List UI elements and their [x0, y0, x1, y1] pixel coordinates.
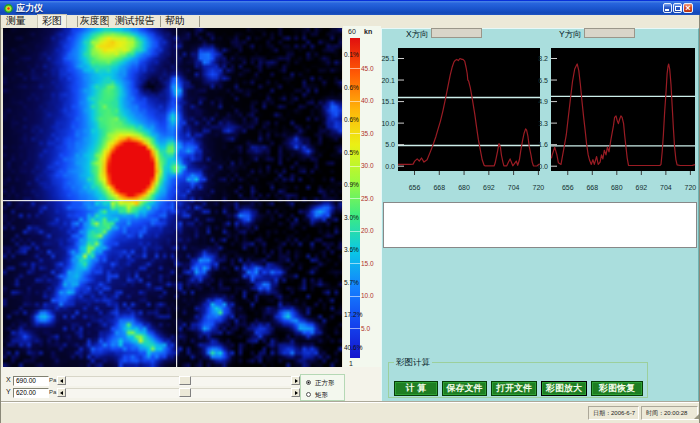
chart-y-direction: 8.26.54.93.31.60.0656668680692704720	[531, 44, 699, 195]
x-coordinate-input[interactable]: 690.00	[13, 376, 49, 386]
x-tick-label: 720	[685, 184, 697, 191]
groupbox-label: 彩图计算	[394, 357, 432, 369]
x-tick-label: 680	[611, 184, 623, 191]
menu-separator	[77, 16, 78, 27]
x-tick-label: 704	[660, 184, 672, 191]
app-window: {"window":{"title":"应力仪","icon":"app-tar…	[0, 0, 700, 423]
close-button[interactable]	[683, 3, 693, 13]
colorbar-pct-label: 3.6%	[344, 246, 366, 253]
x-scroll-thumb[interactable]	[179, 376, 191, 385]
colorbar-unit-label: kn	[364, 28, 372, 35]
result-listbox[interactable]	[383, 202, 697, 248]
colorbar-pct-label: 5.7%	[344, 279, 366, 286]
restore-button[interactable]	[673, 3, 682, 13]
x-tick-label: 692	[635, 184, 647, 191]
x-tick-label: 680	[458, 184, 470, 191]
y-tick-label: 6.5	[538, 77, 548, 84]
open-file-button[interactable]: 打开文件	[491, 381, 537, 396]
colorbar-value-label: 15.0	[361, 260, 381, 267]
y-tick-label: 5.0	[385, 141, 395, 148]
chart-plot-area	[398, 48, 540, 171]
title-bar[interactable]: 应力仪	[0, 0, 700, 15]
radio-unselected-icon[interactable]	[306, 392, 311, 397]
menu-item-2[interactable]: 彩图	[37, 14, 67, 29]
y-tick-label: 8.2	[538, 55, 548, 62]
x-tick-label: 692	[483, 184, 495, 191]
chart-x-direction: 25.120.115.110.05.00.0656668680692704720	[378, 44, 544, 195]
colorbar-tick	[350, 231, 360, 232]
colorbar-tick	[350, 328, 360, 329]
y-tick-label: 4.9	[538, 98, 548, 105]
colorbar-max-label: 60	[348, 28, 356, 35]
minimize-button[interactable]	[663, 3, 672, 13]
x-tick-label: 668	[433, 184, 445, 191]
colorbar-pct-label: 0.1%	[344, 51, 366, 58]
y-scroll-right-arrow[interactable]	[291, 388, 300, 397]
y-tick-label: 0.0	[538, 163, 548, 170]
y-tick-label: 10.0	[381, 120, 395, 127]
chart-y-value-box[interactable]	[584, 28, 635, 38]
menu-separator	[199, 16, 200, 27]
x-tick-label: 668	[586, 184, 598, 191]
menu-separator	[108, 16, 109, 27]
radio-selected-icon[interactable]	[306, 380, 311, 385]
colorbar-tick	[350, 133, 360, 134]
x-scroll-right-arrow[interactable]	[291, 376, 300, 385]
colorbar-value-label: 10.0	[361, 292, 381, 299]
y-tick-label: 15.1	[381, 98, 395, 105]
chart-x-value-box[interactable]	[431, 28, 482, 38]
radio-label: 矩形	[315, 391, 328, 400]
colormap-zoom-button[interactable]: 彩图放大	[541, 381, 587, 396]
window-border-left	[0, 15, 1, 423]
colorbar-value-label: 5.0	[361, 325, 381, 332]
compute-button[interactable]: 计 算	[394, 381, 438, 396]
colorbar-tick	[350, 263, 360, 264]
colorbar-pct-label: 0.6%	[344, 116, 366, 123]
colorbar-value-label: 25.0	[361, 195, 381, 202]
menu-item-5[interactable]: 帮助	[165, 15, 185, 28]
colorbar-pct-label: 17.2%	[344, 311, 366, 318]
app-target-icon	[4, 4, 13, 13]
colorbar-tick	[350, 101, 360, 102]
menu-item-4[interactable]: 测试报告	[115, 15, 154, 28]
y-scroll-left-arrow[interactable]	[57, 388, 66, 397]
chart-plot-area	[551, 48, 695, 171]
y-tick-label: 1.6	[538, 141, 548, 148]
colormap-restore-button[interactable]: 彩图恢复	[591, 381, 643, 396]
x-unit-label: Pa	[49, 377, 56, 383]
colorbar-tick	[350, 198, 360, 199]
colorbar-pct-label: 0.5%	[344, 149, 366, 156]
y-scroll-thumb[interactable]	[179, 388, 191, 397]
y-tick-label: 0.0	[385, 163, 395, 170]
colorbar-pct-label: 0.6%	[344, 84, 366, 91]
menu-separator	[160, 16, 161, 27]
menu-item-3[interactable]: 灰度图	[80, 15, 109, 28]
y-coordinate-input[interactable]: 620.00	[13, 388, 49, 398]
colorbar-pct-label: 0.9%	[344, 181, 366, 188]
chart-y-title: Y方向	[559, 29, 582, 41]
colorbar-pct-label: 3.0%	[344, 214, 366, 221]
colorbar-pct-label: 40.6%	[344, 344, 366, 351]
y-unit-label: Pa	[49, 389, 56, 395]
status-date: 日期：2006-6-7	[588, 406, 639, 420]
x-tick-label: 704	[508, 184, 520, 191]
colorbar-min-label: 1	[349, 360, 353, 367]
y-coordinate-label: Y	[6, 388, 11, 395]
colorbar-tick	[350, 296, 360, 297]
save-file-button[interactable]: 保存文件	[442, 381, 487, 396]
y-tick-label: 3.3	[538, 120, 548, 127]
status-time: 时间：20:00:28	[641, 406, 698, 420]
status-bar: 日期：2006-6-7 时间：20:00:28	[0, 402, 700, 423]
radio-label: 正方形	[315, 379, 335, 388]
x-tick-label: 656	[562, 184, 574, 191]
x-coordinate-label: X	[6, 376, 11, 383]
x-scroll-left-arrow[interactable]	[57, 376, 66, 385]
colorbar-tick	[350, 166, 360, 167]
colorbar-value-label: 20.0	[361, 227, 381, 234]
y-tick-label: 25.1	[381, 55, 395, 62]
x-tick-label: 656	[409, 184, 421, 191]
stress-heatmap[interactable]	[3, 28, 342, 367]
menu-item-1[interactable]: 测量	[6, 15, 26, 28]
colorbar-tick	[350, 68, 360, 69]
y-tick-label: 20.1	[381, 77, 395, 84]
